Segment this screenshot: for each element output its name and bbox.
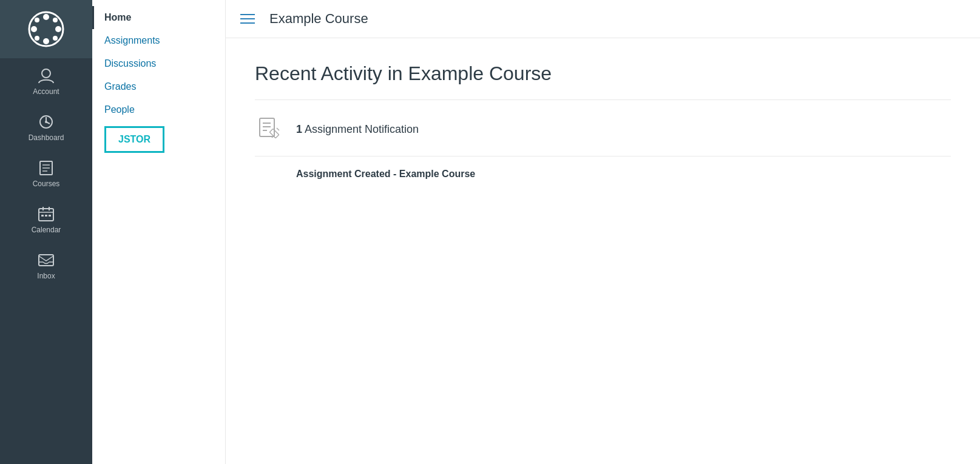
svg-point-1 xyxy=(43,14,49,20)
sidebar-item-home[interactable]: Home xyxy=(92,6,225,29)
svg-point-9 xyxy=(42,69,50,78)
sidebar-item-discussions[interactable]: Discussions xyxy=(92,52,225,75)
sidebar-item-account[interactable]: Account xyxy=(0,58,92,104)
courses-icon xyxy=(37,159,55,177)
hamburger-menu-button[interactable] xyxy=(240,14,255,24)
course-sidebar: Home Assignments Discussions Grades Peop… xyxy=(92,0,226,464)
notification-label-text: Assignment Notification xyxy=(305,123,419,135)
svg-point-3 xyxy=(31,26,37,32)
sidebar-item-people[interactable]: People xyxy=(92,98,225,121)
hamburger-line-3 xyxy=(240,22,255,24)
svg-point-2 xyxy=(43,38,49,44)
nav-logo xyxy=(0,0,92,58)
notification-count: 1 xyxy=(296,123,302,135)
main-header: Example Course xyxy=(226,0,980,38)
sidebar-item-assignments[interactable]: Assignments xyxy=(92,29,225,52)
inbox-label: Inbox xyxy=(37,272,55,280)
calendar-icon xyxy=(37,205,55,223)
sidebar-item-courses[interactable]: Courses xyxy=(0,150,92,197)
account-icon xyxy=(37,67,55,85)
notification-row: 1 Assignment Notification xyxy=(255,115,951,156)
assignment-notification-icon xyxy=(255,115,284,144)
activity-divider xyxy=(255,99,951,100)
inbox-icon xyxy=(37,251,55,269)
sidebar-item-calendar[interactable]: Calendar xyxy=(0,197,92,243)
svg-point-11 xyxy=(45,121,47,123)
svg-point-6 xyxy=(53,36,58,41)
courses-label: Courses xyxy=(33,180,60,188)
course-title: Example Course xyxy=(269,11,368,27)
sidebar-item-dashboard[interactable]: Dashboard xyxy=(0,104,92,150)
hamburger-line-1 xyxy=(240,14,255,15)
dashboard-icon xyxy=(37,113,55,131)
svg-point-7 xyxy=(53,18,58,22)
svg-rect-20 xyxy=(41,215,44,217)
main-wrapper: Example Course Recent Activity in Exampl… xyxy=(226,0,980,464)
svg-point-5 xyxy=(35,18,39,22)
svg-rect-21 xyxy=(45,215,47,217)
global-nav: Account Dashboard Courses xyxy=(0,0,92,464)
account-label: Account xyxy=(33,87,59,96)
sidebar-item-jstor[interactable]: JSTOR xyxy=(104,126,164,153)
sidebar-item-inbox[interactable]: Inbox xyxy=(0,243,92,289)
svg-point-8 xyxy=(35,36,39,41)
assignment-created-label: Assignment Created - Example Course xyxy=(255,169,951,180)
main-content: Recent Activity in Example Course 1 Assi… xyxy=(226,38,980,204)
hamburger-line-2 xyxy=(240,18,255,19)
sidebar-item-grades[interactable]: Grades xyxy=(92,75,225,98)
svg-rect-23 xyxy=(39,255,53,266)
svg-rect-22 xyxy=(49,215,51,217)
svg-point-4 xyxy=(55,26,61,32)
activity-title: Recent Activity in Example Course xyxy=(255,62,951,85)
calendar-label: Calendar xyxy=(32,226,61,234)
canvas-logo-icon xyxy=(28,11,64,47)
notification-text: 1 Assignment Notification xyxy=(296,123,419,136)
dashboard-label: Dashboard xyxy=(29,133,64,142)
